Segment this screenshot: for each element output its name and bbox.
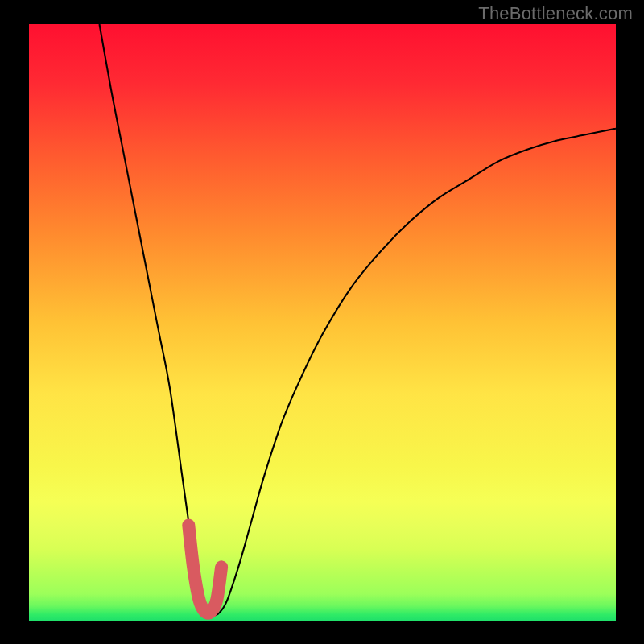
chart-stage: TheBottleneck.com xyxy=(0,0,644,644)
gradient-background xyxy=(29,24,616,621)
plot-svg xyxy=(0,0,644,644)
watermark-text: TheBottleneck.com xyxy=(478,3,633,24)
